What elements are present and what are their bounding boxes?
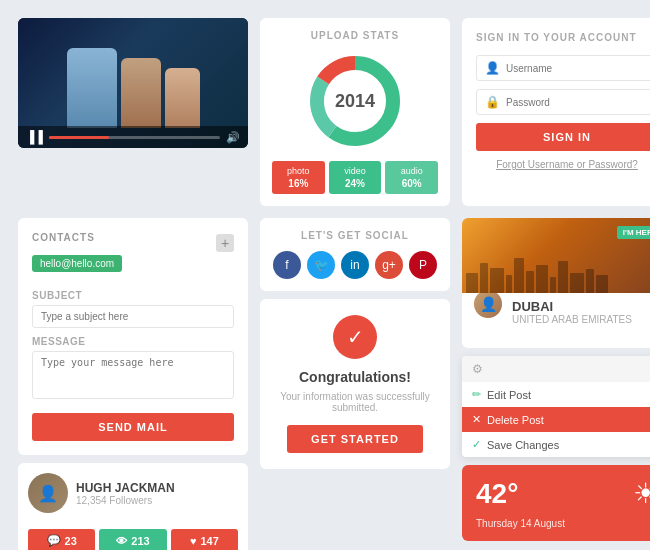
linkedin-button[interactable]: in — [341, 251, 369, 279]
comment-icon: 💬 — [47, 534, 61, 547]
weather-temperature: 42° — [476, 478, 518, 510]
donut-chart: 2014 — [305, 51, 405, 151]
video-progress-fill — [49, 136, 109, 139]
edit-icon: ✏ — [472, 388, 481, 401]
contacts-title: CONTACTS — [32, 232, 95, 243]
volume-button[interactable]: 🔊 — [226, 131, 240, 144]
settings-icon: ⚙ — [472, 362, 483, 376]
congrats-title: Congratulations! — [276, 369, 434, 385]
play-button[interactable]: ▐▐ — [26, 130, 43, 144]
user-icon: 👤 — [485, 61, 500, 75]
username-input[interactable] — [506, 63, 649, 74]
weather-date: Thursday 14 August — [476, 518, 650, 529]
delete-icon: ✕ — [472, 413, 481, 426]
signin-card: SIGN IN TO YOUR ACCOUNT 👤 🔒 SIGN IN Forg… — [462, 18, 650, 206]
profile-followers: 12,354 Followers — [76, 495, 175, 506]
get-started-button[interactable]: GET STARTED — [287, 425, 423, 453]
signin-title: SIGN IN TO YOUR ACCOUNT — [476, 32, 650, 43]
photo-stat: photo 16% — [272, 161, 325, 194]
edit-post-item[interactable]: ✏ Edit Post — [462, 382, 650, 407]
heart-icon: ♥ — [190, 535, 197, 547]
edit-post-label: Edit Post — [487, 389, 531, 401]
profile-likes-stat: ♥ 147 — [171, 529, 238, 550]
congrats-card: ✓ Congratulations! Your information was … — [260, 299, 450, 469]
weather-card: 42° ☀ Thursday 14 August — [462, 465, 650, 541]
delete-post-label: Delete Post — [487, 414, 544, 426]
video-progress-bar[interactable] — [49, 136, 220, 139]
check-icon: ✓ — [333, 315, 377, 359]
signin-button[interactable]: SIGN IN — [476, 123, 650, 151]
delete-post-item[interactable]: ✕ Delete Post — [462, 407, 650, 432]
audio-stat: audio 60% — [385, 161, 438, 194]
twitter-button[interactable]: 🐦 — [307, 251, 335, 279]
upload-stats-card: UPLOAD STATS 2014 photo 16% video 24% — [260, 18, 450, 206]
social-title: LET'S GET SOCIAL — [272, 230, 438, 241]
username-field-wrap[interactable]: 👤 — [476, 55, 650, 81]
subject-input[interactable] — [32, 305, 234, 328]
eye-icon: 👁 — [116, 535, 127, 547]
pinterest-button[interactable]: P — [409, 251, 437, 279]
forgot-link[interactable]: Forgot Username or Password? — [476, 159, 650, 170]
video-player: ▐▐ 🔊 — [18, 18, 248, 148]
message-input[interactable] — [32, 351, 234, 399]
password-field-wrap[interactable]: 🔒 — [476, 89, 650, 115]
password-input[interactable] — [506, 97, 649, 108]
menu-header: ⚙ — [462, 356, 650, 382]
message-label: MESSAGE — [32, 336, 234, 347]
video-stat: video 24% — [329, 161, 382, 194]
city-name: DUBAI — [512, 299, 632, 314]
donut-year: 2014 — [335, 91, 375, 112]
facebook-button[interactable]: f — [273, 251, 301, 279]
send-mail-button[interactable]: SEND MAIL — [32, 413, 234, 441]
save-changes-label: Save Changes — [487, 439, 559, 451]
contact-form-card: CONTACTS + hello@hello.com SUBJECT MESSA… — [18, 218, 248, 455]
weather-icon: ☀ — [633, 477, 650, 510]
profile-name: HUGH JACKMAN — [76, 481, 175, 495]
googleplus-button[interactable]: g+ — [375, 251, 403, 279]
country-name: UNITED ARAB EMIRATES — [512, 314, 632, 325]
congrats-message: Your information was successfully submit… — [276, 391, 434, 413]
add-contact-button[interactable]: + — [216, 234, 234, 252]
profile-card: 👤 HUGH JACKMAN 12,354 Followers 💬 23 👁 2… — [18, 463, 248, 550]
lock-icon: 🔒 — [485, 95, 500, 109]
check-save-icon: ✓ — [472, 438, 481, 451]
subject-label: SUBJECT — [32, 290, 234, 301]
context-menu: ⚙ ✏ Edit Post ✕ Delete Post ✓ Save Chang… — [462, 356, 650, 457]
email-tag: hello@hello.com — [32, 255, 122, 272]
profile-views-stat: 👁 213 — [99, 529, 166, 550]
stats-title: UPLOAD STATS — [272, 30, 438, 41]
profile-avatar: 👤 — [28, 473, 68, 513]
location-card: I'M HERE 👤 DUBAI UNITED ARAB EMIRATES — [462, 218, 650, 348]
profile-comments-stat: 💬 23 — [28, 529, 95, 550]
location-map-bg: I'M HERE — [462, 218, 650, 293]
social-card: LET'S GET SOCIAL f 🐦 in g+ P — [260, 218, 450, 291]
save-changes-item[interactable]: ✓ Save Changes — [462, 432, 650, 457]
im-here-badge: I'M HERE — [617, 226, 650, 239]
